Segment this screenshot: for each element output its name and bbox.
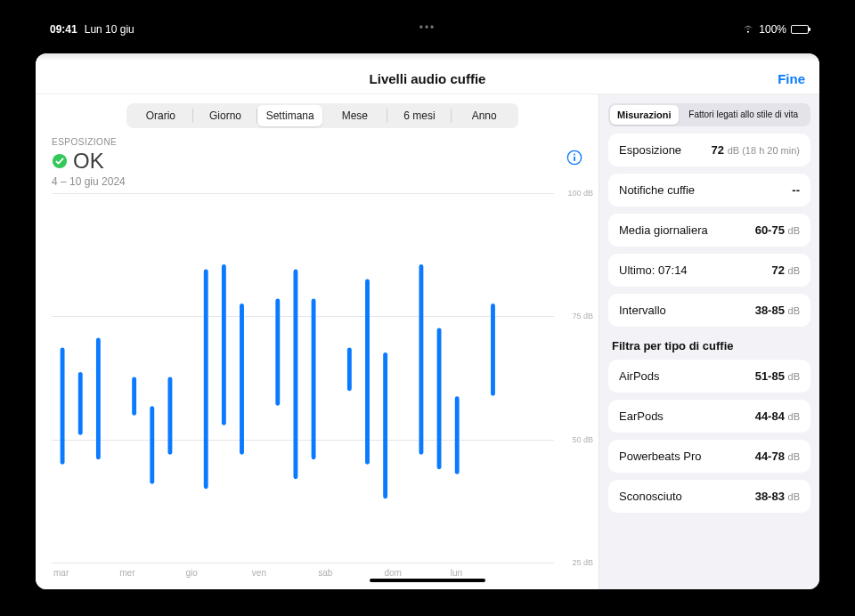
filter-value: 44-84 dB (755, 409, 800, 423)
segment-settimana[interactable]: Settimana (257, 105, 322, 126)
segment-giorno[interactable]: Giorno (193, 105, 258, 126)
filter-value: 44-78 dB (755, 450, 800, 463)
x-tick-label: gio (184, 568, 250, 579)
battery-percent: 100% (759, 23, 786, 36)
filter-label: EarPods (619, 409, 664, 423)
metric-label: Notifiche cuffie (619, 183, 695, 197)
metrics-pane: Misurazioni Fattori legati allo stile di… (598, 94, 819, 589)
y-tick-label: 100 dB (567, 189, 593, 198)
filter-label: Sconosciuto (619, 490, 682, 503)
sheet-header: Livelli audio cuffie Fine (36, 64, 819, 94)
filter-value: 51-85 dB (755, 369, 800, 383)
metric-label: Ultimo: 07:14 (619, 263, 688, 277)
metric-row[interactable]: Notifiche cuffie-- (608, 174, 810, 207)
filter-row[interactable]: AirPods51-85 dB (608, 360, 810, 393)
filter-section-title: Filtra per tipo di cuffie (608, 334, 810, 353)
segment-orario[interactable]: Orario (128, 105, 193, 126)
chart[interactable]: 25 dB50 dB75 dB100 dB marmergiovensabdom… (52, 193, 593, 580)
metric-value: 72 dB (18 h 20 min) (712, 143, 800, 157)
chart-pane: OrarioGiornoSettimanaMese6 mesiAnno ESPO… (36, 94, 598, 589)
segment-6 mesi[interactable]: 6 mesi (387, 105, 452, 126)
filter-label: AirPods (619, 369, 660, 383)
x-tick-label: sab (316, 568, 382, 579)
metrics-segmented[interactable]: Misurazioni Fattori legati allo stile di… (608, 103, 810, 126)
filter-row[interactable]: Sconosciuto38-83 dB (608, 480, 810, 513)
detail-sheet: Livelli audio cuffie Fine OrarioGiornoSe… (36, 53, 819, 589)
segment-anno[interactable]: Anno (452, 105, 517, 126)
metric-row[interactable]: Ultimo: 07:1472 dB (608, 254, 810, 287)
x-tick-label: dom (382, 568, 448, 579)
metric-value: -- (792, 183, 800, 197)
metric-row[interactable]: Media giornaliera60-75 dB (608, 214, 810, 247)
status-date: Lun 10 giu (85, 23, 134, 36)
x-tick-label: ven (250, 568, 316, 579)
x-tick-label: mer (118, 568, 183, 579)
x-tick-label: mar (52, 568, 118, 579)
time-range-segmented[interactable]: OrarioGiornoSettimanaMese6 mesiAnno (126, 103, 518, 128)
info-button[interactable] (566, 150, 582, 166)
y-tick-label: 25 dB (572, 558, 593, 567)
multitask-dots-icon[interactable]: ••• (419, 21, 436, 34)
wifi-icon (742, 23, 754, 36)
filter-row[interactable]: Powerbeats Pro44-78 dB (608, 440, 810, 473)
exposure-status: OK (73, 149, 104, 174)
y-tick-label: 75 dB (572, 312, 593, 320)
done-button[interactable]: Fine (778, 71, 805, 86)
metric-label: Intervallo (619, 304, 666, 317)
filter-row[interactable]: EarPods44-84 dB (608, 400, 810, 433)
metric-label: Media giornaliera (619, 223, 708, 237)
metric-value: 60-75 dB (755, 223, 800, 237)
filter-label: Powerbeats Pro (619, 450, 702, 463)
x-tick-label: lun (449, 568, 515, 579)
checkmark-circle-icon (52, 153, 68, 169)
tab-measurements[interactable]: Misurazioni (610, 105, 679, 125)
page-title: Livelli audio cuffie (370, 71, 486, 86)
date-range: 4 – 10 giu 2024 (52, 175, 566, 188)
svg-rect-3 (574, 157, 575, 161)
filter-value: 38-83 dB (755, 490, 800, 503)
metric-value: 38-85 dB (755, 304, 800, 317)
chart-bars (52, 193, 554, 560)
metric-row[interactable]: Esposizione72 dB (18 h 20 min) (608, 134, 810, 166)
tab-lifestyle-factors[interactable]: Fattori legati allo stile di vita (679, 105, 809, 125)
battery-icon (791, 25, 809, 34)
segment-mese[interactable]: Mese (322, 105, 387, 126)
sheet-grabber-area[interactable] (36, 53, 819, 64)
metric-value: 72 dB (771, 263, 800, 277)
device-frame: 09:41 Lun 10 giu 100% ••• Livelli audio … (0, 0, 855, 616)
y-tick-label: 50 dB (572, 435, 593, 444)
home-indicator[interactable] (370, 579, 485, 582)
svg-point-2 (574, 153, 575, 155)
exposure-caption: ESPOSIZIONE (52, 137, 566, 147)
metric-label: Esposizione (619, 143, 681, 157)
status-time: 09:41 (50, 23, 77, 36)
metric-row[interactable]: Intervallo38-85 dB (608, 294, 810, 327)
